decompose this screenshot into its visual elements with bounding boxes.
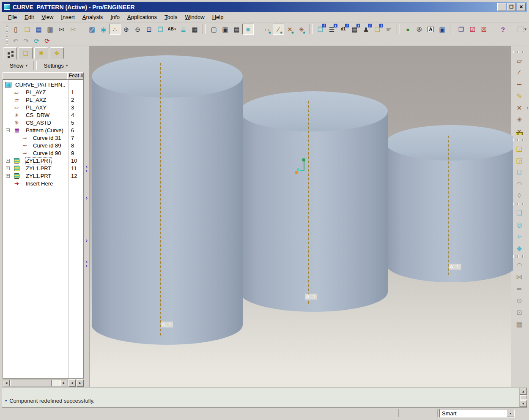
- settings-menu-button[interactable]: Settings ▾: [36, 61, 75, 70]
- blend-tool[interactable]: ◆: [513, 242, 525, 254]
- expand-expander[interactable]: +: [6, 166, 10, 170]
- expand-chevron-icon[interactable]: ›: [86, 196, 88, 200]
- datum-curve-tool[interactable]: ∼: [513, 78, 525, 90]
- datum-point-tool[interactable]: ✕ ›: [513, 102, 525, 114]
- scroll-left-button[interactable]: ◄: [3, 380, 10, 386]
- menu-help[interactable]: Help: [208, 13, 227, 22]
- datum-axis-tool[interactable]: ∕: [513, 66, 525, 78]
- tab-model-tree[interactable]: [3, 47, 17, 60]
- datum-axes-toggle[interactable]: ∕ ◉: [273, 24, 284, 35]
- context-help-button[interactable]: ?: [497, 24, 509, 35]
- tree-item-curve-89[interactable]: ∼ Curve id 89 8: [3, 142, 83, 150]
- layers-button[interactable]: ≣: [178, 24, 189, 35]
- scrollbar-thumb[interactable]: [10, 380, 52, 386]
- menu-edit[interactable]: Edit: [21, 13, 38, 22]
- sketch-tool[interactable]: ✎: [513, 90, 525, 102]
- csys-tool[interactable]: ✳: [513, 114, 525, 125]
- mapkeys-button[interactable]: A: [425, 24, 436, 35]
- view-orient-button[interactable]: ❐: [155, 24, 166, 35]
- trim-tool[interactable]: ➦: [513, 283, 525, 295]
- minimize-button[interactable]: _: [497, 3, 506, 11]
- toolbar-grip[interactable]: [513, 51, 525, 53]
- scroll-down-button[interactable]: ▼: [520, 400, 527, 407]
- tree-item-label[interactable]: ZYL1.PRT: [26, 165, 51, 172]
- revolve-tool[interactable]: ◎: [513, 218, 525, 230]
- round-tool[interactable]: ◠: [513, 178, 525, 190]
- extrude-tool[interactable]: ❑: [513, 207, 525, 218]
- feature-info-button[interactable]: ☰ i: [326, 24, 337, 35]
- hidden-line-button[interactable]: ▣: [219, 24, 231, 35]
- pattern-table-tool[interactable]: ▦: [513, 318, 525, 330]
- flyout-arrow-icon[interactable]: ›: [527, 105, 528, 110]
- menu-window[interactable]: Window: [181, 13, 208, 22]
- axis-label-a1[interactable]: A_1: [161, 322, 173, 327]
- csys-z-point[interactable]: [297, 168, 299, 171]
- collapse-chevron-icon[interactable]: ‹: [86, 169, 88, 173]
- menu-insert[interactable]: Insert: [57, 13, 79, 22]
- undo-button[interactable]: ↶: [10, 36, 21, 46]
- chamfer-tool[interactable]: ◊: [513, 190, 525, 202]
- web-browser-button[interactable]: ●: [402, 24, 414, 35]
- tree-item-pl-axy[interactable]: ▱ PL_AXY 3: [3, 104, 83, 112]
- layer-info-button[interactable]: ❏ i: [372, 24, 383, 35]
- reference-info-button[interactable]: ☛: [383, 24, 395, 35]
- dimension-info-button[interactable]: d1 i: [337, 24, 349, 35]
- expand-expander[interactable]: +: [6, 159, 10, 163]
- tree-item-label[interactable]: ZYL1.PRT: [26, 173, 51, 179]
- tree-item-label[interactable]: PL_AXZ: [26, 97, 46, 103]
- datum-points-toggle[interactable]: ✕ ◉: [284, 24, 296, 35]
- animation-button[interactable]: ✇: [414, 24, 425, 35]
- collapse-chevron-icon[interactable]: ‹: [86, 264, 88, 268]
- cylinder-part-3[interactable]: [386, 125, 513, 282]
- annotation-display-button[interactable]: AB ▾: [166, 24, 178, 35]
- axis-label-a1[interactable]: A_1: [305, 294, 317, 300]
- tree-item-label[interactable]: Curve id 89: [33, 142, 61, 149]
- activate-window-button[interactable]: ☑: [467, 24, 478, 35]
- title-bar[interactable]: CURVE_PATTERN (Active) - Pro/ENGINEER _ …: [2, 2, 527, 12]
- tree-horizontal-scrollbar[interactable]: ◄ ►: [3, 379, 68, 387]
- tree-item-curve-90[interactable]: ∼ Curve id 90 9: [3, 150, 83, 157]
- print-button[interactable]: ▥: [44, 24, 56, 35]
- menu-file[interactable]: File: [4, 13, 21, 22]
- tree-item-label[interactable]: ZYL1.PRT: [26, 158, 51, 164]
- expand-chevron-icon[interactable]: ›: [86, 238, 88, 243]
- cylinder-part-1[interactable]: [92, 55, 243, 345]
- publish-geometry-tool[interactable]: ⊡: [513, 306, 525, 318]
- column-shift-right-button[interactable]: ►: [77, 379, 84, 387]
- menu-view[interactable]: View: [38, 13, 57, 22]
- selection-filter-combobox[interactable]: Smart ▾: [439, 409, 515, 417]
- message-scrollbar[interactable]: ▲ ▼: [519, 388, 527, 407]
- datum-plane-tool[interactable]: ▱: [513, 55, 525, 66]
- feat-number-column-header[interactable]: Feat #: [67, 72, 84, 79]
- tree-item-label[interactable]: CURVE_PATTERN..: [15, 82, 65, 88]
- menu-applications[interactable]: Applications: [123, 13, 161, 22]
- tab-connections[interactable]: ❖: [50, 47, 64, 59]
- datum-axis-a1-cyl2[interactable]: [308, 101, 309, 304]
- offset-point-tool[interactable]: ✕: [513, 125, 525, 137]
- menu-tools[interactable]: Tools: [161, 13, 181, 22]
- person-info-button[interactable]: ♟ i: [360, 24, 372, 35]
- toolbar-grip[interactable]: [6, 24, 8, 34]
- close-button[interactable]: ✕: [517, 3, 526, 11]
- slot-tool[interactable]: ⊔: [513, 166, 525, 178]
- view-manager-button[interactable]: ▦: [189, 24, 200, 35]
- scrollbar-thumb[interactable]: [520, 395, 526, 399]
- tree-item-label[interactable]: Curve id 31: [33, 135, 61, 141]
- zoom-refit-button[interactable]: ⊡: [143, 24, 155, 35]
- create-component-tool[interactable]: ◲: [513, 154, 525, 166]
- tree-item-insert-here[interactable]: ➜ Insert Here: [3, 180, 83, 188]
- tab-folder-browser[interactable]: ❏: [19, 47, 33, 59]
- csys-origin-point[interactable]: [295, 171, 298, 174]
- spin-center-button[interactable]: ◉: [98, 24, 109, 35]
- csys-y-handle[interactable]: [302, 158, 305, 161]
- zoom-out-button[interactable]: ⊖: [132, 24, 143, 35]
- cylinder-part-2[interactable]: [240, 91, 388, 312]
- name-column-header[interactable]: [3, 72, 67, 79]
- component-info-button[interactable]: ❐ i: [315, 24, 326, 35]
- datum-csys-toggle[interactable]: ✳ ◉: [296, 24, 307, 35]
- axis-label-a1[interactable]: A_1: [449, 264, 461, 270]
- sweep-tool[interactable]: ➢: [513, 230, 525, 242]
- tree-item-zyl1-3[interactable]: + ZYL1.PRT 12: [3, 172, 83, 180]
- new-file-button[interactable]: ▯: [10, 24, 22, 35]
- tree-item-label[interactable]: Pattern (Curve): [26, 127, 63, 134]
